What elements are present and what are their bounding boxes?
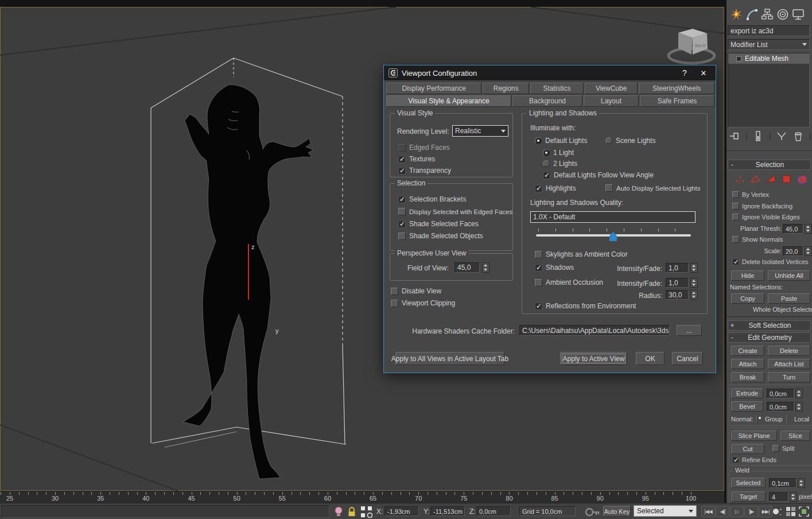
normal-local-radio[interactable] xyxy=(787,415,788,424)
ambient-occlusion-checkbox[interactable] xyxy=(535,279,542,286)
ao-intensity-input[interactable]: 1,0 xyxy=(666,278,689,288)
planar-thresh-spinner[interactable] xyxy=(805,224,812,234)
auto-key-button[interactable]: Auto Key xyxy=(603,506,631,517)
vertex-subobject-icon[interactable] xyxy=(735,173,745,184)
weld-target-button[interactable]: Target xyxy=(731,491,766,502)
reflections-checkbox[interactable] xyxy=(535,303,542,310)
ignore-visible-edges-checkbox[interactable] xyxy=(732,214,739,220)
z-coordinate-field[interactable]: 0,0cm xyxy=(476,506,511,516)
create-tab-icon[interactable] xyxy=(730,8,743,21)
hierarchy-tab-icon[interactable] xyxy=(761,8,774,21)
unhide-all-button[interactable]: Unhide All xyxy=(768,270,810,281)
edge-subobject-icon[interactable] xyxy=(750,173,761,184)
play-button[interactable]: ▷ xyxy=(730,506,744,517)
ok-button[interactable]: OK xyxy=(636,352,665,365)
slice-plane-button[interactable]: Slice Plane xyxy=(731,431,777,441)
ignore-backfacing-checkbox[interactable] xyxy=(732,203,739,210)
extrude-button[interactable]: Extrude xyxy=(731,388,763,398)
modifier-list-dropdown[interactable]: Modifier List xyxy=(728,39,810,50)
tab-visual-style-appearance[interactable]: Visual Style & Appearance xyxy=(386,95,511,107)
normals-scale-spinner[interactable] xyxy=(805,246,812,256)
two-lights-radio[interactable] xyxy=(543,160,550,167)
edged-faces-checkbox[interactable] xyxy=(398,144,406,152)
apply-active-view-button[interactable]: Apply to Active View xyxy=(560,352,627,365)
show-end-result-icon[interactable] xyxy=(752,130,764,142)
shade-selected-objects-checkbox[interactable] xyxy=(398,233,406,240)
shadows-intensity-input[interactable]: 1,0 xyxy=(666,263,689,273)
bevel-button[interactable]: Bevel xyxy=(731,401,763,412)
weld-target-spinner[interactable] xyxy=(790,492,797,502)
split-checkbox[interactable] xyxy=(772,445,779,452)
maximize-viewport-toggle-icon[interactable] xyxy=(798,506,810,517)
viewport-clipping-checkbox[interactable] xyxy=(391,300,398,307)
tab-viewcube[interactable]: ViewCube xyxy=(585,83,638,94)
selection-lock-icon[interactable] xyxy=(347,506,356,517)
next-frame-button[interactable]: ||▶ xyxy=(744,506,758,517)
viewcube[interactable]: BACK xyxy=(669,29,714,63)
tab-steeringwheels[interactable]: SteeringWheels xyxy=(639,83,714,94)
quality-slider[interactable] xyxy=(536,228,691,241)
help-icon[interactable]: ? xyxy=(677,68,692,78)
go-to-end-button[interactable]: ▶▶| xyxy=(759,506,772,517)
selection-rollout-header[interactable]: - Selection xyxy=(728,160,811,170)
element-subobject-icon[interactable] xyxy=(797,173,807,184)
polygon-subobject-icon[interactable] xyxy=(781,173,792,184)
tab-statistics[interactable]: Statistics xyxy=(530,83,584,94)
x-coordinate-field[interactable]: -1,93cm xyxy=(384,506,419,516)
pin-stack-icon[interactable] xyxy=(729,130,740,142)
selection-brackets-checkbox[interactable] xyxy=(398,196,406,203)
time-configuration-icon[interactable] xyxy=(785,506,797,517)
tab-regions[interactable]: Regions xyxy=(483,83,529,94)
motion-tab-icon[interactable] xyxy=(776,8,789,21)
modify-tab-icon[interactable] xyxy=(745,8,758,21)
delete-isolated-checkbox[interactable] xyxy=(732,258,739,265)
rendering-level-dropdown[interactable]: Realistic xyxy=(452,125,508,137)
weld-target-input[interactable]: 4 xyxy=(769,492,788,502)
slice-button[interactable]: Slice xyxy=(780,431,810,441)
ao-intensity-spinner[interactable] xyxy=(690,278,698,288)
shade-selected-faces-checkbox[interactable] xyxy=(398,220,406,228)
remove-modifier-icon[interactable] xyxy=(792,130,804,142)
browse-button[interactable]: ... xyxy=(677,325,702,336)
hide-button[interactable]: Hide xyxy=(731,270,764,281)
show-normals-checkbox[interactable] xyxy=(732,236,739,243)
dialog-titlebar[interactable]: Viewport Configuration ? ✕ xyxy=(384,65,716,80)
tab-safe-frames[interactable]: Safe Frames xyxy=(640,95,714,107)
scene-lights-radio[interactable] xyxy=(605,137,612,144)
set-key-icon[interactable] xyxy=(584,505,600,519)
highlights-checkbox[interactable] xyxy=(535,185,542,192)
close-icon[interactable]: ✕ xyxy=(696,69,711,78)
attach-list-button[interactable]: Attach List xyxy=(768,359,810,369)
auto-display-lights-checkbox[interactable] xyxy=(605,184,613,192)
cut-button[interactable]: Cut xyxy=(731,444,764,454)
attach-button[interactable]: Attach xyxy=(731,359,764,369)
ao-radius-input[interactable]: 30,0 xyxy=(666,290,689,300)
tab-display-performance[interactable]: Display Performance xyxy=(386,83,481,94)
break-button[interactable]: Break xyxy=(731,372,764,382)
bevel-spinner[interactable] xyxy=(795,402,803,412)
skylights-ambient-checkbox[interactable] xyxy=(535,251,542,258)
turn-button[interactable]: Turn xyxy=(768,372,810,382)
transform-gizmo-icon[interactable] xyxy=(360,506,372,518)
default-lights-radio[interactable] xyxy=(535,137,542,144)
planar-thresh-input[interactable]: 45,0 xyxy=(783,224,803,234)
disable-view-checkbox[interactable] xyxy=(391,288,398,295)
edit-geometry-rollout-header[interactable]: - Edit Geometry xyxy=(728,332,811,343)
bevel-input[interactable]: 0,0cm xyxy=(767,402,794,412)
field-of-view-input[interactable]: 45,0 xyxy=(454,262,480,273)
display-selected-edged-checkbox[interactable] xyxy=(398,208,406,215)
normals-scale-input[interactable]: 20,0 xyxy=(783,246,803,256)
one-light-radio[interactable] xyxy=(543,149,550,156)
paste-button[interactable]: Paste xyxy=(768,293,810,304)
previous-frame-button[interactable]: ◀|| xyxy=(716,506,729,517)
cancel-button[interactable]: Cancel xyxy=(672,352,703,365)
soft-selection-rollout-header[interactable]: + Soft Selection xyxy=(728,320,811,331)
apply-all-views-button[interactable]: Apply to All Views in Active Layout Tab xyxy=(395,352,504,365)
extrude-spinner[interactable] xyxy=(795,389,803,398)
create-button[interactable]: Create xyxy=(731,346,764,356)
shadows-intensity-spinner[interactable] xyxy=(690,263,698,273)
y-coordinate-field[interactable]: -11,513cm xyxy=(430,506,465,516)
weld-selected-button[interactable]: Selected xyxy=(731,478,766,488)
delete-button[interactable]: Delete xyxy=(768,346,810,356)
tab-background[interactable]: Background xyxy=(512,95,582,107)
